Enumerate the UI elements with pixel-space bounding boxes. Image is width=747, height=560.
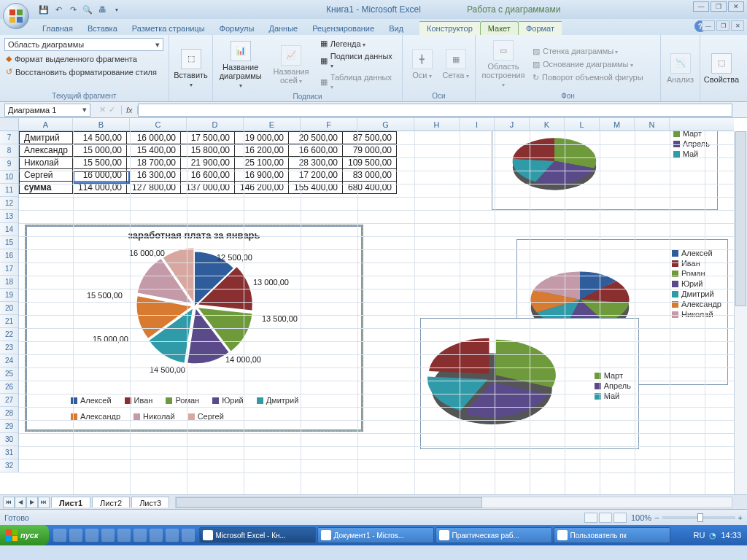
mdi-restore-button[interactable]: ❐ — [716, 20, 729, 31]
office-button[interactable] — [3, 3, 29, 29]
row-header[interactable]: 19 — [0, 289, 18, 302]
column-header[interactable]: J — [495, 118, 530, 131]
column-header[interactable]: L — [565, 118, 600, 131]
ql-icon[interactable] — [182, 529, 195, 542]
cell[interactable]: 15 400,00 — [127, 144, 181, 157]
row-header[interactable]: 26 — [0, 381, 18, 394]
row-header[interactable]: 9 — [0, 158, 18, 171]
zoom-slider-knob[interactable] — [697, 513, 703, 522]
cell[interactable]: 19 000,00 — [235, 132, 289, 144]
formula-input[interactable] — [138, 104, 732, 117]
tab-review[interactable]: Рецензирование — [305, 22, 382, 35]
plot-area-button[interactable]: ▭ Область построения — [480, 40, 527, 88]
row-header[interactable]: 18 — [0, 276, 18, 289]
taskbar-task[interactable]: Документ1 - Micros... — [317, 527, 434, 543]
tray-icon[interactable]: ◔ — [709, 531, 716, 540]
cell[interactable]: 16 600,00 — [289, 144, 343, 157]
chart-elements-combo[interactable]: Область диаграммы ▾ — [4, 38, 163, 51]
view-normal-button[interactable] — [584, 513, 597, 523]
row-header[interactable]: 15 — [0, 236, 18, 249]
undo-icon[interactable]: ↶ — [53, 4, 64, 15]
row-header[interactable]: 12 — [0, 197, 18, 210]
ql-icon[interactable] — [101, 529, 115, 542]
row-header[interactable]: 28 — [0, 407, 18, 420]
cell[interactable]: 16 200,00 — [235, 144, 289, 157]
close-button[interactable]: ✕ — [728, 1, 744, 12]
analysis-button[interactable]: 📉 Анализ — [665, 53, 695, 84]
legend-button[interactable]: ▦Легенда — [319, 38, 398, 49]
ql-icon[interactable] — [133, 529, 147, 542]
axes-button[interactable]: ╋ Оси — [408, 49, 437, 79]
axis-titles-button[interactable]: 📈 Названия осей — [268, 45, 314, 85]
tab-home[interactable]: Главная — [35, 22, 80, 35]
mdi-close-button[interactable]: ✕ — [731, 20, 744, 31]
row-header[interactable]: 32 — [0, 459, 18, 472]
column-header[interactable]: G — [357, 118, 414, 131]
tab-data[interactable]: Данные — [261, 22, 305, 35]
minimize-button[interactable]: — — [693, 1, 709, 12]
scrollbar-thumb[interactable] — [735, 131, 746, 306]
taskbar-task[interactable]: Пользователь пк — [554, 527, 670, 543]
tab-formulas[interactable]: Формулы — [212, 22, 262, 35]
ql-icon[interactable] — [150, 529, 163, 542]
row-header[interactable]: 20 — [0, 302, 18, 315]
zoom-out-button[interactable]: − — [654, 513, 659, 522]
cell[interactable]: 79 000,00 — [343, 144, 397, 157]
row-header[interactable]: 13 — [0, 210, 18, 223]
row-header[interactable]: 21 — [0, 315, 18, 328]
row-header[interactable]: 24 — [0, 354, 18, 368]
name-box[interactable]: Диаграмма 1 ▾ — [4, 104, 90, 117]
tab-page-layout[interactable]: Разметка страницы — [125, 22, 212, 35]
maximize-button[interactable]: ❐ — [711, 1, 727, 12]
row-header[interactable]: 14 — [0, 223, 18, 236]
horizontal-scrollbar[interactable] — [175, 497, 732, 508]
row-header[interactable]: 7 — [0, 131, 18, 144]
cell[interactable]: 25 100,00 — [235, 157, 289, 169]
sheet-nav-first[interactable]: ⏮ — [3, 497, 15, 508]
sheet-tab[interactable]: Лист2 — [92, 497, 130, 508]
row-header[interactable]: 17 — [0, 262, 18, 276]
cell[interactable]: 18 700,00 — [127, 157, 181, 169]
cell[interactable]: 87 500,00 — [343, 132, 397, 144]
column-header[interactable]: E — [244, 118, 301, 131]
row-header[interactable]: 22 — [0, 328, 18, 341]
row-header[interactable]: 29 — [0, 420, 18, 433]
gridlines-button[interactable]: ▦ Сетка — [441, 49, 471, 79]
insert-button[interactable]: ⬚ Вставить — [174, 49, 208, 88]
row-header[interactable]: 16 — [0, 249, 18, 262]
ql-icon[interactable] — [85, 529, 98, 542]
column-header[interactable]: D — [187, 118, 244, 131]
row-header[interactable]: 27 — [0, 394, 18, 407]
sheet-tab[interactable]: Лист3 — [131, 497, 169, 508]
view-page-break-button[interactable] — [614, 513, 627, 523]
cell[interactable]: 20 500,00 — [289, 132, 343, 144]
qat-dropdown-icon[interactable]: ▾ — [111, 4, 123, 15]
ql-icon[interactable] — [69, 529, 82, 542]
scrollbar-thumb[interactable] — [176, 497, 482, 508]
cell[interactable]: 15 500,00 — [73, 157, 127, 169]
data-labels-button[interactable]: ▦Подписи данных — [319, 51, 398, 70]
properties-button[interactable]: ⬚ Свойства — [704, 53, 739, 84]
print-preview-icon[interactable]: 🔍 — [82, 4, 93, 15]
taskbar-task[interactable]: Microsoft Excel - Кн... — [199, 527, 316, 543]
cell[interactable]: 16 000,00 — [127, 132, 181, 144]
reset-style-button[interactable]: ↺Восстановить форматирование стиля — [4, 66, 158, 77]
tab-insert[interactable]: Вставка — [80, 22, 125, 35]
tab-design[interactable]: Конструктор — [419, 21, 480, 35]
ql-icon[interactable] — [53, 529, 66, 542]
row-header[interactable]: 23 — [0, 341, 18, 354]
sheet-nav-next[interactable]: ▶ — [26, 497, 38, 508]
data-table-button[interactable]: ▦Таблица данных — [319, 72, 398, 91]
cell[interactable]: 15 000,00 — [73, 144, 127, 157]
taskbar-task[interactable]: Практическая раб... — [436, 527, 552, 543]
tab-format[interactable]: Формат — [519, 21, 562, 35]
vertical-scrollbar[interactable] — [734, 131, 747, 494]
view-page-layout-button[interactable] — [599, 513, 612, 523]
print-icon[interactable]: 🖶 — [96, 4, 108, 15]
chart-wall-button[interactable]: ▨Стенка диаграммы — [531, 46, 645, 57]
row-header[interactable]: 25 — [0, 368, 18, 381]
mdi-minimize-button[interactable]: — — [702, 20, 715, 31]
sheet-tab[interactable]: Лист1 — [51, 497, 90, 508]
cell[interactable]: 15 800,00 — [181, 144, 235, 157]
language-indicator[interactable]: RU — [694, 531, 705, 540]
